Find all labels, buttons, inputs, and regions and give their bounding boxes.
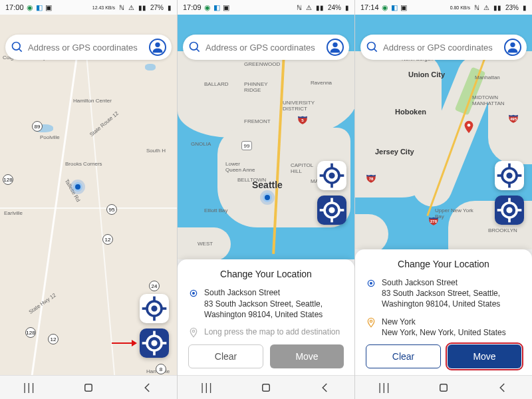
map-label: WEST [198,241,213,247]
nfc-icon: ℕ [119,4,124,11]
loc-icon: ◉ [382,3,388,12]
search-icon[interactable] [188,41,201,54]
svg-point-41 [510,43,515,47]
svg-point-37 [192,330,194,332]
set-location-button[interactable] [317,196,346,225]
status-app-icon2: ▣ [223,3,229,12]
svg-text:495: 495 [510,117,517,121]
map-label: Brooks Corners [65,161,102,167]
locate-me-button[interactable] [317,161,346,190]
route-shield: 95 [106,204,117,215]
svg-rect-17 [85,384,92,391]
status-bar: 17:00 ◉ ◧ ▣ 12.43 KB/s ℕ ⚠ ▮▮ 27% ▮ [0,0,177,15]
origin-title: South Jackson Street [204,287,344,298]
map-pin[interactable] [462,120,476,134]
recents-button[interactable]: ||| [200,380,214,395]
destination-hint-icon [188,327,199,338]
search-icon[interactable] [366,41,379,54]
status-time: 17:09 [183,3,201,11]
nfc-icon: ℕ [297,4,302,11]
clear-button[interactable]: Clear [366,344,441,368]
svg-point-36 [193,293,195,295]
phone-screen-2: 17:09 ◉ ◧ ▣ ℕ ⚠ ▮▮ 24% ▮ GREENWOODBALLAR… [178,0,355,399]
battery-pct: 24% [328,4,341,11]
svg-point-47 [507,174,511,178]
battery-icon: ▮ [168,4,172,11]
svg-line-40 [374,49,377,52]
map-label: LowerQueen Anne [225,161,255,173]
destination-icon [366,317,376,328]
svg-point-2 [155,43,160,47]
search-input[interactable] [379,43,504,53]
map-label: GNOLIA [191,141,211,147]
search-bar[interactable] [5,35,172,60]
set-location-button[interactable] [140,329,169,358]
search-icon[interactable] [11,41,24,54]
location-card: Change Your Location South Jackson Stree… [355,249,532,375]
set-location-button[interactable] [495,196,524,225]
clear-button[interactable]: Clear [188,344,263,368]
phone-screen-3: 17:14 ◉ ◧ ▣ 0.80 KB/s ℕ ⚠ ▮▮ 23% ▮ North… [355,0,532,399]
destination-hint-row[interactable]: Long press the map to add destination [188,327,344,338]
search-input[interactable] [24,43,149,53]
home-button[interactable] [259,380,273,395]
map-label: UNIVERSITYDISTRICT [283,100,315,112]
status-app-icon: ◧ [36,3,43,12]
svg-point-24 [330,174,334,178]
locate-me-button[interactable] [495,161,524,190]
battery-icon: ▮ [523,4,527,11]
status-app-icon2: ▣ [400,3,407,12]
map-label: BROOKLYN [488,227,517,233]
route-shield: 128 [3,174,13,185]
map-label: GREENWOOD [244,61,280,67]
battery-pct: 27% [150,4,164,11]
battery-pct: 23% [505,4,519,11]
route-shield: 8 [156,364,166,374]
search-bar[interactable] [360,35,527,60]
origin-title: South Jackson Street [382,277,521,288]
interstate-shield: 78 [366,173,376,184]
map-label: Hoboken [395,108,426,116]
back-button[interactable] [318,380,332,395]
locate-me-button[interactable] [140,294,169,323]
wifi-off-icon: ⚠ [306,4,312,11]
search-input[interactable] [201,43,327,53]
nfc-icon: ℕ [474,4,479,11]
map-label: South H [146,148,166,154]
card-title: Change Your Location [188,269,344,279]
svg-point-30 [330,208,334,212]
android-nav-bar: ||| [0,375,177,399]
svg-text:78: 78 [369,177,374,181]
svg-point-45 [467,124,471,127]
home-button[interactable] [436,380,451,395]
svg-point-59 [370,283,372,285]
profile-avatar[interactable] [149,39,166,56]
profile-avatar[interactable] [327,39,344,56]
origin-location-row: South Jackson Street83 South Jackson Str… [366,277,521,310]
back-button[interactable] [140,380,155,395]
move-button[interactable]: Move [448,344,521,368]
svg-point-18 [190,43,198,51]
interstate-shield: 278 [428,215,439,226]
map-label: State Route 12 [88,110,120,138]
svg-line-1 [19,49,22,52]
current-location-dot [263,193,272,202]
destination-hint-text: Long press the map to add destination [204,327,340,338]
map-label: Elliott Bay [204,207,228,213]
loc-icon: ◉ [27,3,33,12]
back-button[interactable] [495,380,510,395]
map-label: Poolville [40,134,60,140]
battery-icon: ▮ [345,4,349,11]
svg-line-19 [197,49,200,52]
status-app-icon: ◧ [391,3,398,12]
signal-icon: ▮▮ [138,4,146,11]
search-bar[interactable] [183,35,349,60]
home-button[interactable] [81,380,96,395]
move-button[interactable]: Move [270,344,344,368]
current-location-dot [73,182,82,192]
profile-avatar[interactable] [504,39,521,56]
route-shield: 89 [32,121,43,132]
recents-button[interactable]: ||| [22,380,37,395]
map-label: BALLARD [204,81,228,87]
recents-button[interactable]: ||| [377,380,392,395]
